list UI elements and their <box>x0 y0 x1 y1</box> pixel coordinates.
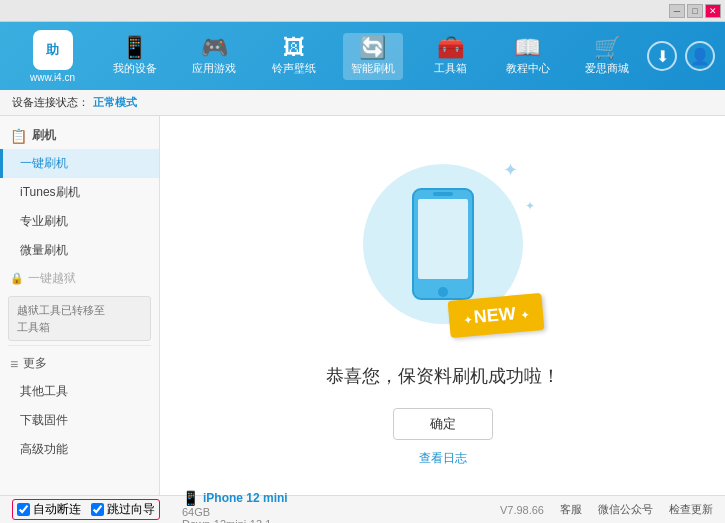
lock-icon: 🔒 <box>10 272 24 285</box>
header: 助 www.i4.cn 📱 我的设备 🎮 应用游戏 🖼 铃声壁纸 🔄 智能刷机 … <box>0 22 725 90</box>
sparkle2-icon: ✦ <box>525 199 535 213</box>
nav-smart-flash[interactable]: 🔄 智能刷机 <box>343 33 403 80</box>
success-text: 恭喜您，保资料刷机成功啦！ <box>326 364 560 388</box>
wechat-link[interactable]: 微信公众号 <box>598 502 653 517</box>
sidebar-note-text: 越狱工具已转移至工具箱 <box>17 304 105 333</box>
skip-wizard-label: 跳过向导 <box>107 501 155 518</box>
nav-toolbox-icon: 🧰 <box>437 37 464 59</box>
nav-store[interactable]: 🛒 爱思商城 <box>577 33 637 80</box>
disabled-label: 一键越狱 <box>28 270 76 287</box>
status-value: 正常模式 <box>93 95 137 110</box>
main-layout: 📋 刷机 一键刷机 iTunes刷机 专业刷机 微量刷机 🔒 一键越狱 越狱工具… <box>0 116 725 495</box>
logo-url: www.i4.cn <box>30 72 75 83</box>
sidebar-jailbreak-note: 越狱工具已转移至工具箱 <box>8 296 151 341</box>
advanced-label: 高级功能 <box>20 442 68 456</box>
svg-rect-3 <box>433 192 453 196</box>
logo-icon: 助 <box>33 30 73 70</box>
download-button[interactable]: ⬇ <box>647 41 677 71</box>
nav-my-device-label: 我的设备 <box>113 61 157 76</box>
sidebar-item-download-firmware[interactable]: 下载固件 <box>0 406 159 435</box>
confirm-button[interactable]: 确定 <box>393 408 493 440</box>
svg-point-2 <box>438 287 448 297</box>
restore-button[interactable]: □ <box>687 4 703 18</box>
nav-apps-games-label: 应用游戏 <box>192 61 236 76</box>
auto-disconnect-checkbox[interactable]: 自动断连 <box>17 501 81 518</box>
minimize-button[interactable]: ─ <box>669 4 685 18</box>
nav-my-device-icon: 📱 <box>121 37 148 59</box>
nav-toolbox[interactable]: 🧰 工具箱 <box>422 33 478 80</box>
auto-disconnect-input[interactable] <box>17 503 30 516</box>
device-info: 📱 iPhone 12 mini 64GB Down-12mini-13,1 <box>182 490 288 524</box>
sidebar: 📋 刷机 一键刷机 iTunes刷机 专业刷机 微量刷机 🔒 一键越狱 越狱工具… <box>0 116 160 495</box>
checkbox-container: 自动断连 跳过向导 <box>12 499 160 520</box>
content-area: ✦ ✦ NEW 恭喜您，保资料刷机成功啦！ 确定 查看日志 <box>160 116 725 495</box>
bottom-left: 自动断连 跳过向导 📱 iPhone 12 mini 64GB Down-12m… <box>12 490 500 524</box>
pro-flash-label: 专业刷机 <box>20 214 68 228</box>
nav-ringtone-label: 铃声壁纸 <box>272 61 316 76</box>
skip-wizard-checkbox[interactable]: 跳过向导 <box>91 501 155 518</box>
auto-disconnect-label: 自动断连 <box>33 501 81 518</box>
device-model: Down-12mini-13,1 <box>182 518 288 524</box>
one-key-flash-label: 一键刷机 <box>20 156 68 170</box>
sidebar-section-flash: 📋 刷机 <box>0 122 159 149</box>
svg-rect-1 <box>418 199 468 279</box>
sidebar-divider <box>8 345 151 346</box>
sidebar-item-one-key-flash[interactable]: 一键刷机 <box>0 149 159 178</box>
sidebar-item-other-tools[interactable]: 其他工具 <box>0 377 159 406</box>
nav-smart-flash-icon: 🔄 <box>359 37 386 59</box>
other-tools-label: 其他工具 <box>20 384 68 398</box>
bottom-combined: 自动断连 跳过向导 📱 iPhone 12 mini 64GB Down-12m… <box>0 495 725 523</box>
version-label: V7.98.66 <box>500 504 544 516</box>
user-button[interactable]: 👤 <box>685 41 715 71</box>
sidebar-section-more: ≡ 更多 <box>0 350 159 377</box>
nav-ringtone[interactable]: 🖼 铃声壁纸 <box>264 33 324 80</box>
more-section-label: 更多 <box>23 355 47 372</box>
nav-store-icon: 🛒 <box>594 37 621 59</box>
new-badge: NEW <box>447 293 544 338</box>
title-bar: ─ □ ✕ <box>0 0 725 22</box>
logo[interactable]: 助 www.i4.cn <box>10 30 95 83</box>
download-firmware-label: 下载固件 <box>20 413 68 427</box>
nav-tutorial[interactable]: 📖 教程中心 <box>498 33 558 80</box>
device-phone-icon: 📱 <box>182 490 199 506</box>
nav-tutorial-label: 教程中心 <box>506 61 550 76</box>
nav-items: 📱 我的设备 🎮 应用游戏 🖼 铃声壁纸 🔄 智能刷机 🧰 工具箱 📖 教程中心… <box>95 33 647 80</box>
nav-apps-games-icon: 🎮 <box>201 37 228 59</box>
sidebar-item-itunes-flash[interactable]: iTunes刷机 <box>0 178 159 207</box>
close-button[interactable]: ✕ <box>705 4 721 18</box>
nav-toolbox-label: 工具箱 <box>434 61 467 76</box>
check-update-link[interactable]: 检查更新 <box>669 502 713 517</box>
nav-apps-games[interactable]: 🎮 应用游戏 <box>184 33 244 80</box>
status-bar: 设备连接状态： 正常模式 <box>0 90 725 116</box>
nav-tutorial-icon: 📖 <box>514 37 541 59</box>
device-name: iPhone 12 mini <box>203 491 288 505</box>
nav-ringtone-icon: 🖼 <box>283 37 305 59</box>
device-storage: 64GB <box>182 506 288 518</box>
nav-smart-flash-label: 智能刷机 <box>351 61 395 76</box>
success-illustration: ✦ ✦ NEW <box>343 144 543 344</box>
nav-my-device[interactable]: 📱 我的设备 <box>105 33 165 80</box>
status-label: 设备连接状态： <box>12 95 89 110</box>
nav-right: ⬇ 👤 <box>647 41 715 71</box>
sidebar-item-pro-flash[interactable]: 专业刷机 <box>0 207 159 236</box>
bottom-top-row: 自动断连 跳过向导 📱 iPhone 12 mini 64GB Down-12m… <box>0 496 725 523</box>
sidebar-item-jailbreak-disabled: 🔒 一键越狱 <box>0 265 159 292</box>
flash-section-label: 刷机 <box>32 127 56 144</box>
sparkle1-icon: ✦ <box>503 159 518 181</box>
itunes-flash-label: iTunes刷机 <box>20 185 80 199</box>
nav-store-label: 爱思商城 <box>585 61 629 76</box>
micro-flash-label: 微量刷机 <box>20 243 68 257</box>
flash-section-icon: 📋 <box>10 128 27 144</box>
skip-wizard-input[interactable] <box>91 503 104 516</box>
phone-svg <box>408 184 478 304</box>
return-link[interactable]: 查看日志 <box>419 450 467 467</box>
bottom-right: V7.98.66 客服 微信公众号 检查更新 <box>500 502 713 517</box>
customer-service-link[interactable]: 客服 <box>560 502 582 517</box>
sidebar-item-micro-flash[interactable]: 微量刷机 <box>0 236 159 265</box>
sidebar-item-advanced[interactable]: 高级功能 <box>0 435 159 464</box>
